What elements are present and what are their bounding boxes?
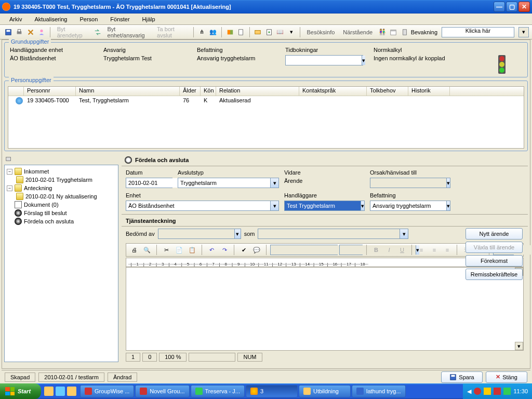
col-relation[interactable]: Relation — [216, 87, 299, 96]
tool-icon-1[interactable]: ⋔ — [197, 26, 207, 38]
collapse-icon[interactable]: − — [7, 169, 12, 175]
besoksinfo-button[interactable]: Besöksinfo — [303, 28, 339, 37]
menu-hjalp[interactable]: Hjälp — [137, 15, 161, 23]
start-button[interactable]: Start — [0, 383, 41, 399]
tree-anteckning[interactable]: − Anteckning — [7, 184, 116, 192]
book2-icon[interactable]: 📖 — [275, 26, 285, 38]
ql-icon-2[interactable] — [56, 387, 65, 396]
rt-cut-icon[interactable]: ✂ — [161, 244, 172, 256]
skapad-label: Skapad — [5, 373, 35, 382]
mail-icon[interactable] — [253, 26, 263, 38]
task-groupwise[interactable]: GroupWise ... — [80, 385, 134, 397]
klicka-select[interactable]: Klicka här — [442, 27, 514, 37]
enhet-combo[interactable]: ▾ — [126, 201, 279, 211]
user-icon[interactable] — [36, 26, 46, 38]
tree-dokument[interactable]: Dokument (0) — [7, 201, 116, 209]
tool-icon-2[interactable]: 👥 — [208, 26, 218, 38]
tray-icon-2[interactable] — [484, 388, 491, 395]
tree-inkommet[interactable]: − Inkommet — [7, 167, 116, 176]
menu-arkiv[interactable]: Arkiv — [4, 15, 27, 23]
som-combo[interactable]: ▾ — [258, 229, 408, 239]
doc-icon[interactable] — [236, 26, 246, 38]
ql-icon-1[interactable] — [44, 387, 54, 396]
rt-spell-icon[interactable]: ✔ — [238, 244, 249, 256]
close-button[interactable]: ✕ — [518, 2, 530, 12]
rt-underline-icon[interactable]: U — [396, 244, 408, 256]
tree-fordela[interactable]: Fördela och avsluta — [7, 217, 116, 225]
col-alder[interactable]: Ålder — [180, 87, 201, 96]
rt-align-center-icon[interactable]: ≡ — [429, 244, 440, 256]
rt-paste-icon[interactable]: 📋 — [187, 244, 198, 256]
book-icon[interactable] — [225, 26, 235, 38]
delete-icon[interactable] — [25, 26, 35, 38]
forekomst-button[interactable]: Förekomst — [466, 255, 523, 267]
col-historik[interactable]: Historik — [408, 87, 450, 96]
rt-size-combo[interactable]: ▾ — [339, 245, 363, 255]
tree-inkommet-child[interactable]: 2010-02-01 Trygghetslarm — [16, 176, 116, 184]
collapse-icon[interactable]: − — [7, 185, 12, 191]
col-kon[interactable]: Kön — [201, 87, 216, 96]
vaxla-button[interactable]: Växla till ärende — [466, 242, 523, 253]
save-icon[interactable] — [3, 26, 13, 38]
task-novell[interactable]: Novell Grou... — [135, 385, 189, 397]
rt-copy-icon[interactable]: 📄 — [174, 244, 185, 256]
tray-icon-3[interactable] — [494, 388, 501, 395]
tree-forslag[interactable]: Förslag till beslut — [7, 209, 116, 217]
col-namn[interactable]: Namn — [76, 87, 180, 96]
skapad-value: 2010-02-01 / testlarm — [38, 373, 104, 382]
rt-align-left-icon[interactable]: ≡ — [416, 244, 427, 256]
handlaggare-label: Handläggare — [284, 192, 317, 198]
spara-button[interactable]: Spara — [441, 371, 483, 383]
handlaggare-combo[interactable]: ▾ — [284, 201, 365, 211]
clipboard-icon[interactable] — [400, 26, 409, 38]
rt-bubble-icon[interactable]: 💬 — [251, 244, 262, 256]
text-editor[interactable]: ▴ ▾ — [126, 267, 524, 351]
page-icon[interactable] — [264, 26, 274, 38]
col-personnr[interactable]: Personnr — [24, 87, 76, 96]
menu-aktualisering[interactable]: Aktualisering — [29, 15, 72, 23]
dropdown-icon[interactable]: ▾ — [286, 26, 296, 38]
task-treserva[interactable]: Treserva - J... — [191, 385, 245, 397]
datum-input[interactable]: ▾ — [126, 178, 172, 188]
menu-fonster[interactable]: Fönster — [105, 15, 135, 23]
stang-button[interactable]: ✕ Stäng — [486, 371, 527, 383]
tray-expand-icon[interactable]: ◀ — [467, 388, 471, 395]
nytt-arende-button[interactable]: Nytt ärende — [466, 228, 523, 240]
tidbokningar-combo[interactable]: ▾ — [285, 55, 363, 65]
scroll-down-icon[interactable]: ▾ — [515, 342, 523, 350]
swap-icon[interactable] — [92, 26, 102, 38]
menu-person[interactable]: Person — [74, 15, 103, 23]
people-icon[interactable]: 👫 — [377, 26, 387, 38]
orsak-combo[interactable]: ▾ — [370, 178, 450, 188]
rt-align-right-icon[interactable]: ≡ — [442, 244, 453, 256]
rt-print-icon[interactable]: 🖨 — [128, 244, 140, 256]
avslutstyp-combo[interactable]: ▾ — [178, 178, 279, 188]
tree-tool-icon[interactable] — [4, 154, 14, 164]
rt-italic-icon[interactable]: I — [383, 244, 395, 256]
task-lathund[interactable]: lathund tryg... — [352, 385, 406, 397]
tray-icon-1[interactable] — [474, 388, 481, 395]
bedomd-av-combo[interactable]: ▾ — [158, 229, 241, 239]
remiss-button[interactable]: Remissbekräftelse — [466, 269, 523, 280]
rt-preview-icon[interactable]: 🔍 — [141, 244, 153, 256]
rt-bold-icon[interactable]: B — [370, 244, 382, 256]
befattning-combo[interactable]: ▾ — [370, 201, 450, 211]
task-utbildning[interactable]: Utbildning — [299, 385, 351, 397]
rt-redo-icon[interactable]: ↷ — [219, 244, 230, 256]
rt-font-combo[interactable]: ▾ — [270, 245, 338, 255]
maximize-button[interactable]: ▢ — [506, 2, 517, 12]
byt-enhet-button[interactable]: Byt enhet/ansvarig — [104, 24, 153, 40]
tray-icon-4[interactable] — [503, 388, 511, 395]
calendar-icon[interactable] — [389, 26, 398, 38]
task-active[interactable]: 3 — [246, 385, 298, 397]
print-icon[interactable] — [14, 26, 24, 38]
rt-undo-icon[interactable]: ↶ — [206, 244, 217, 256]
ql-icon-3[interactable] — [67, 387, 76, 396]
klicka-dropdown[interactable]: ▾ — [518, 27, 529, 37]
col-kontaktsprak[interactable]: Kontaktspråk — [299, 87, 367, 96]
tree-anteckning-child[interactable]: 2010-02-01 Ny aktualisering — [16, 192, 116, 201]
person-row[interactable]: 19 330405-T000 Test, Trygghetslarm 76 K … — [8, 96, 524, 105]
narstaende-button[interactable]: Närstående — [339, 28, 376, 37]
minimize-button[interactable]: — — [494, 2, 505, 12]
col-tolkbehov[interactable]: Tolkbehov — [367, 87, 408, 96]
